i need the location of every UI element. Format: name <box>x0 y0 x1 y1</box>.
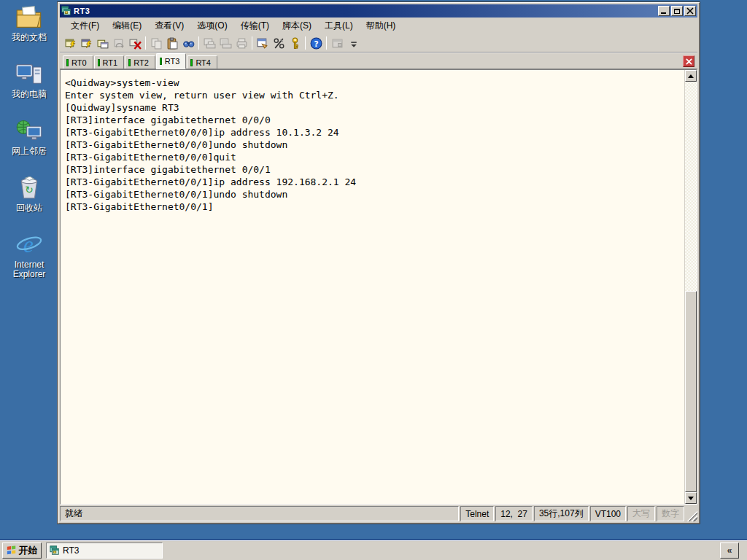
toolbar-separator <box>252 36 252 50</box>
resize-grip[interactable] <box>686 506 697 521</box>
menu-view[interactable]: 查看(V) <box>148 18 190 34</box>
help-icon[interactable]: ? <box>308 35 324 51</box>
paste-icon[interactable] <box>164 35 180 51</box>
tray-collapse-button[interactable]: « <box>720 542 739 559</box>
minimize-icon <box>661 12 666 14</box>
maximize-button[interactable] <box>671 6 683 16</box>
svg-text:↻: ↻ <box>25 184 34 195</box>
taskbar: 开始 RT3 « <box>0 540 747 560</box>
toolbar-separator <box>326 36 327 50</box>
svg-text:?: ? <box>314 39 318 48</box>
desktop-icon-internet-explorer[interactable]: e Internet Explorer <box>4 232 54 279</box>
quick-connect-icon[interactable] <box>63 35 79 51</box>
session-tab-rt3[interactable]: RT3 <box>156 53 187 69</box>
session-tab-bar: RT0 RT1 RT2 RT3 RT4 <box>60 53 697 69</box>
terminal-line: <Quidway>system-view <box>65 77 680 89</box>
terminal-line: [RT3-GigabitEthernet0/0/1]undo shutdown <box>65 188 680 201</box>
internet-explorer-icon: e <box>15 232 44 258</box>
connect-in-tab-icon[interactable] <box>95 35 111 51</box>
desktop-icon-my-documents[interactable]: 我的文档 <box>4 4 54 42</box>
arrow-up-icon <box>688 74 694 78</box>
connected-indicator-icon <box>128 59 131 66</box>
session-tab-rt0[interactable]: RT0 <box>63 55 93 69</box>
toolbar-separator <box>305 36 306 50</box>
tab-close-button[interactable] <box>683 55 694 67</box>
menu-edit[interactable]: 编辑(E) <box>106 18 148 34</box>
session-tab-label: RT1 <box>103 58 118 67</box>
window-title: RT3 <box>74 7 657 15</box>
desktop-icon-recycle-bin[interactable]: ↻ 回收站 <box>4 175 54 213</box>
toolbar-separator <box>145 36 146 50</box>
vertical-scrollbar[interactable] <box>684 70 697 504</box>
keymap-icon[interactable] <box>287 35 303 51</box>
desktop-icon-label: 网上邻居 <box>12 147 47 156</box>
session-tab-label: RT0 <box>71 58 87 67</box>
connected-indicator-icon <box>190 59 193 66</box>
app-icon <box>61 6 71 16</box>
session-tab-label: RT2 <box>133 58 149 67</box>
my-documents-icon <box>15 4 44 31</box>
terminal-line: [RT3-GigabitEthernet0/0/0]ip address 10.… <box>65 126 680 139</box>
desktop-icon-my-computer[interactable]: 我的电脑 <box>4 61 54 99</box>
connected-indicator-icon <box>98 59 100 66</box>
status-bar: 就绪 Telnet 12, 27 35行,107列 VT100 大写 数字 <box>60 506 697 521</box>
title-bar[interactable]: RT3 <box>60 4 697 18</box>
scroll-up-button[interactable] <box>685 70 697 82</box>
my-computer-icon <box>15 61 44 88</box>
status-caps-lock: 大写 <box>627 506 655 521</box>
status-emulation: VT100 <box>590 506 626 521</box>
connect-icon[interactable] <box>79 35 95 51</box>
scroll-down-button[interactable] <box>685 492 697 504</box>
terminal-line: [RT3-GigabitEthernet0/0/0]undo shutdown <box>65 139 680 151</box>
windows-logo-icon <box>7 545 17 556</box>
connected-indicator-icon <box>66 59 69 66</box>
toolbar: ? <box>60 34 697 53</box>
terminal-output[interactable]: <Quidway>system-view Enter system view, … <box>61 70 684 504</box>
recycle-bin-icon: ↻ <box>15 175 44 201</box>
desktop-icon-label: 我的文档 <box>12 33 47 42</box>
session-options-icon[interactable] <box>255 35 271 51</box>
session-tab-rt4[interactable]: RT4 <box>187 55 217 69</box>
svg-text:e: e <box>23 233 34 257</box>
terminal-line: [Quidway]sysname RT3 <box>65 101 680 114</box>
menu-script[interactable]: 脚本(S) <box>276 18 318 34</box>
status-protocol: Telnet <box>460 506 494 521</box>
terminal-area[interactable]: <Quidway>system-view Enter system view, … <box>60 69 697 505</box>
reconnect-icon[interactable] <box>111 35 127 51</box>
desktop-icon-network-places[interactable]: 网上邻居 <box>4 118 54 156</box>
minimize-button[interactable] <box>658 6 670 16</box>
terminal-line: [RT3]interface gigabitethernet 0/0/1 <box>65 163 680 176</box>
toolbar-separator <box>198 36 199 50</box>
start-button[interactable]: 开始 <box>2 542 42 559</box>
close-icon <box>686 58 692 65</box>
maximize-icon <box>674 9 680 14</box>
toolbar-overflow-icon[interactable] <box>345 35 361 51</box>
copy-icon[interactable] <box>148 35 164 51</box>
close-icon <box>686 7 694 15</box>
menu-options[interactable]: 选项(O) <box>190 18 233 34</box>
print-screen-icon[interactable] <box>201 35 217 51</box>
print-icon[interactable] <box>233 35 249 51</box>
taskbar-task-rt3[interactable]: RT3 <box>46 542 163 559</box>
menu-transfer[interactable]: 传输(T) <box>234 18 276 34</box>
session-tab-rt1[interactable]: RT1 <box>94 55 125 69</box>
global-options-icon[interactable] <box>271 35 287 51</box>
scrollbar-thumb[interactable] <box>685 291 697 492</box>
session-tab-label: RT3 <box>165 57 180 66</box>
menu-file[interactable]: 文件(F) <box>64 18 106 34</box>
session-tab-label: RT4 <box>196 58 211 67</box>
menu-help[interactable]: 帮助(H) <box>360 18 403 34</box>
desktop-icon-label: 我的电脑 <box>12 90 47 99</box>
app-window-icon[interactable] <box>329 35 345 51</box>
desktop-icon-label: 回收站 <box>16 203 42 213</box>
find-icon[interactable] <box>180 35 196 51</box>
app-icon <box>50 545 60 556</box>
session-tab-rt2[interactable]: RT2 <box>125 55 155 69</box>
disconnect-icon[interactable] <box>127 35 143 51</box>
menu-tools[interactable]: 工具(L) <box>318 18 360 34</box>
close-button[interactable] <box>684 6 696 16</box>
scrollbar-track[interactable] <box>685 82 697 492</box>
print-selection-icon[interactable] <box>217 35 233 51</box>
terminal-line: [RT3-GigabitEthernet0/0/0]quit <box>65 151 680 163</box>
status-ready: 就绪 <box>60 506 459 521</box>
